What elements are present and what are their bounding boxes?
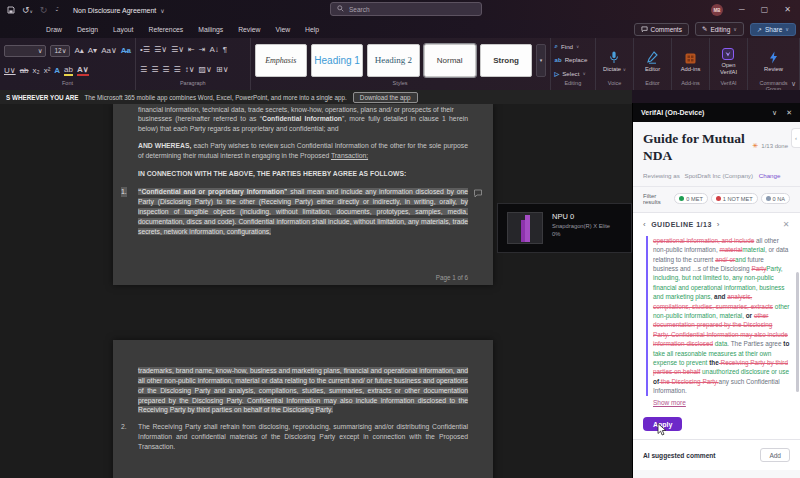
tab-draw[interactable]: Draw xyxy=(46,26,62,33)
decrease-font-icon[interactable]: A▾ xyxy=(88,47,97,55)
tab-references[interactable]: References xyxy=(148,26,183,33)
panel-close-icon[interactable]: ✕ xyxy=(786,109,792,117)
maximize-button[interactable]: ▢ xyxy=(761,6,769,14)
styles-group-label: Styles xyxy=(255,80,546,90)
top-filler xyxy=(632,90,800,103)
undo-icon[interactable]: ↺∨ xyxy=(22,6,33,15)
increase-indent-icon[interactable]: ⇥ xyxy=(199,46,206,54)
filter-pill-0-na[interactable]: 0 NA xyxy=(761,193,790,204)
styles-gallery-more-icon[interactable]: ▾ xyxy=(536,44,545,77)
align-right-icon[interactable]: ☰ xyxy=(162,66,169,74)
document-page-2[interactable]: trademarks, brand name, know-how, busine… xyxy=(113,340,493,478)
tab-layout[interactable]: Layout xyxy=(113,26,133,33)
superscript-icon[interactable]: x² xyxy=(44,67,51,75)
increase-font-icon[interactable]: A▴ xyxy=(74,47,83,55)
share-icon: ↗ xyxy=(757,26,762,33)
find-button[interactable]: ⌕Find∨ xyxy=(555,43,591,50)
filter-pill-1-not-met[interactable]: 1 NOT MET xyxy=(711,193,758,204)
change-case-icon[interactable]: Aa∨ xyxy=(101,47,117,55)
style-card-strong[interactable]: Strong xyxy=(480,44,532,77)
guideline-prev-icon[interactable]: ‹ xyxy=(643,220,646,229)
close-button[interactable]: ✕ xyxy=(784,6,791,14)
download-app-button[interactable]: Download the app xyxy=(353,92,418,103)
borders-icon[interactable]: ⊞∨ xyxy=(216,66,229,74)
reviewing-as: Reviewing as SpotDraft Inc (Company) Cha… xyxy=(633,170,800,187)
avatar[interactable]: MB xyxy=(711,4,723,16)
open-verifai-button[interactable]: Open VerifAI xyxy=(720,40,737,80)
tab-review[interactable]: Review xyxy=(238,26,260,33)
underline-icon[interactable]: U∨ xyxy=(4,67,16,75)
decrease-indent-icon[interactable]: ⇤ xyxy=(188,46,195,54)
npu-value: 0% xyxy=(552,231,610,237)
guideline-close-icon[interactable]: ✕ xyxy=(783,220,790,229)
justify-icon[interactable]: ☰ xyxy=(174,66,181,74)
select-button[interactable]: ▷Select∨ xyxy=(555,70,591,77)
redo-icon[interactable]: ↻ xyxy=(40,6,48,15)
style-card-normal[interactable]: Normal xyxy=(424,44,476,77)
customize-qat-icon[interactable]: ⌄̄ xyxy=(54,7,59,13)
filter-pill-0-met[interactable]: 0 MET xyxy=(674,193,707,204)
bullets-icon[interactable]: •☰ xyxy=(140,46,150,54)
numbering-icon[interactable]: ☰∨ xyxy=(154,46,167,54)
tab-design[interactable]: Design xyxy=(77,26,98,33)
review-button[interactable]: Review xyxy=(764,40,783,80)
verifai-panel-header: VerifAI (On-Device) ∨ ✕ xyxy=(633,103,800,122)
save-icon[interactable] xyxy=(7,6,15,14)
font-color-icon[interactable]: A∨ xyxy=(77,66,89,76)
align-left-icon[interactable]: ☰ xyxy=(140,66,147,74)
align-center-icon[interactable]: ☰ xyxy=(151,66,158,74)
document-page-1[interactable]: financial information, technical data, t… xyxy=(113,104,493,285)
guideline-next-icon[interactable]: › xyxy=(717,220,720,229)
editor-group-label: Editor xyxy=(645,80,659,90)
highlight-icon[interactable]: ab xyxy=(64,66,73,76)
collapse-ribbon-icon[interactable]: ∨ xyxy=(791,80,796,88)
editor-button[interactable]: Editor xyxy=(645,40,660,80)
panel-collapse-icon[interactable]: ∨ xyxy=(772,109,777,117)
find-icon: ⌕ xyxy=(555,43,558,50)
editing-mode-button[interactable]: ✎ Editing∨ xyxy=(695,22,744,36)
style-card-heading-1[interactable]: Heading 1 xyxy=(311,44,363,77)
dictate-button[interactable]: Dictate ∨ xyxy=(603,40,626,80)
editor-group: EditorEditor xyxy=(634,38,672,90)
word-window: ↺∨ ↻ ⌄̄ Non Disclosure Agreement∨ Search… xyxy=(0,0,800,478)
tab-help[interactable]: Help xyxy=(305,26,319,33)
minimize-button[interactable]: ─ xyxy=(739,6,745,14)
add-comment-button[interactable]: Add xyxy=(760,448,790,462)
replace-button[interactable]: abReplace xyxy=(555,56,591,63)
change-link[interactable]: Change xyxy=(759,172,781,179)
paragraph[interactable]: businesses (hereinafter referred to as “… xyxy=(138,114,468,134)
add-ins-button[interactable]: Add-ins xyxy=(681,40,701,80)
tab-mailings[interactable]: Mailings xyxy=(198,26,223,33)
style-card-heading-2[interactable]: Heading 2 xyxy=(367,44,419,77)
style-card-emphasis[interactable]: Emphasis xyxy=(255,44,307,77)
multilevel-icon[interactable]: ☰∨ xyxy=(171,46,184,54)
paragraph[interactable]: AND WHEREAS, each Party wishes to review… xyxy=(138,141,468,161)
strikethrough-icon[interactable]: ab xyxy=(20,67,29,75)
search-input[interactable]: Search xyxy=(330,2,482,16)
share-button[interactable]: ↗ Share∨ xyxy=(750,23,796,36)
paragraph[interactable]: 2.The Receiving Party shall refrain from… xyxy=(138,422,468,452)
font-group: ∨12∨A▴A▾Aa∨A̶a U∨abx₂x²AabA∨ Font xyxy=(0,38,136,90)
document-title[interactable]: Non Disclosure Agreement∨ xyxy=(73,7,165,14)
paragraph[interactable]: IN CONNECTION WITH THE ABOVE, THE PARTIE… xyxy=(138,169,468,179)
paragraph[interactable]: 1.“Confidential and or proprietary Infor… xyxy=(138,187,468,236)
shading-icon[interactable]: ▨∨ xyxy=(199,66,212,74)
tab-view[interactable]: View xyxy=(275,26,290,33)
redline-text: operational information, and include all… xyxy=(646,236,790,396)
clipped-text-line[interactable]: financial information, technical data, t… xyxy=(138,105,468,114)
clear-formatting-icon[interactable]: A̶a xyxy=(121,47,131,55)
text-effects-icon[interactable]: A xyxy=(54,67,60,75)
font-name-combobox[interactable]: ∨ xyxy=(4,45,46,57)
comments-button[interactable]: Comments xyxy=(634,23,689,36)
paragraph[interactable]: trademarks, brand name, know-how, busine… xyxy=(138,366,468,415)
font-size-combobox[interactable]: 12∨ xyxy=(50,45,70,57)
panel-scrollbar[interactable] xyxy=(796,272,799,392)
show-more-link[interactable]: Show more xyxy=(653,399,800,406)
sort-icon[interactable]: A↓ xyxy=(209,46,218,54)
panel-expand-tab[interactable]: ‹ xyxy=(791,128,800,148)
pilcrow-icon[interactable]: ¶ xyxy=(223,46,227,54)
subscript-icon[interactable]: x₂ xyxy=(33,67,40,75)
styles-group: EmphasisHeading 1Heading 2NormalStrong▾ … xyxy=(251,38,551,90)
line-spacing-icon[interactable]: ↕∨ xyxy=(185,66,195,74)
comment-bubble-icon[interactable] xyxy=(472,189,484,201)
